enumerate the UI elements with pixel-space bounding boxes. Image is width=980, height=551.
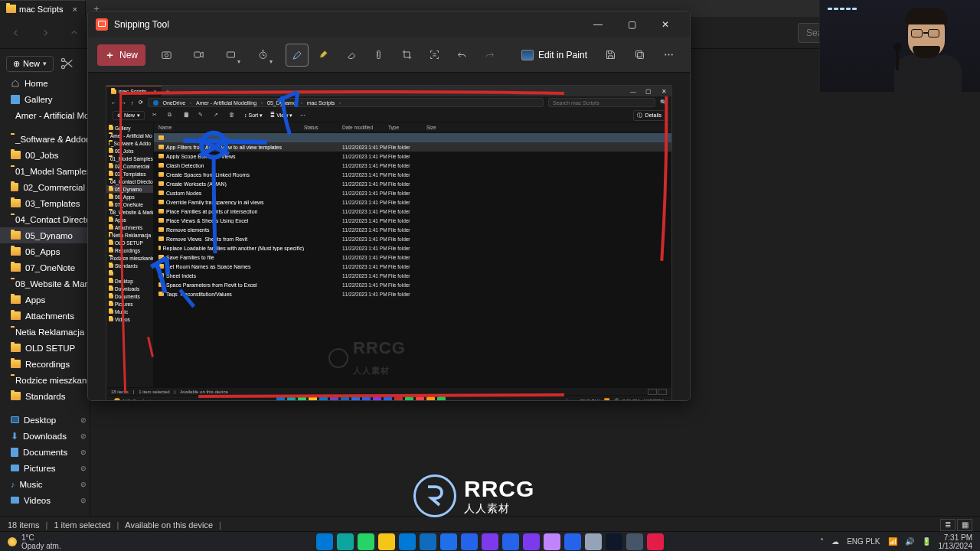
taskbar-app-icon[interactable]: [337, 533, 354, 550]
svg-point-3: [165, 54, 168, 57]
edit-in-paint-button[interactable]: Edit in Paint: [515, 47, 593, 64]
sidebar-item[interactable]: Rodzice mieszkanie: [0, 372, 90, 388]
volume-icon[interactable]: 🔊: [905, 537, 914, 546]
shot-sidebar-item: Apps: [106, 216, 153, 223]
copy-button[interactable]: [629, 44, 652, 67]
taskbar-datetime[interactable]: 7:31 PM 1/13/2024: [939, 533, 973, 550]
sidebar-item[interactable]: Attachments: [0, 308, 90, 324]
sidebar-item[interactable]: 07_OneNote: [0, 259, 90, 276]
close-icon[interactable]: ×: [72, 5, 77, 14]
lang-indicator[interactable]: ENG PLK: [847, 537, 880, 546]
chevron-up-icon[interactable]: ˄: [820, 537, 824, 546]
taskbar-app-icon[interactable]: [358, 533, 374, 550]
taskbar-app-icon[interactable]: [316, 533, 333, 550]
folder-icon: [109, 264, 113, 268]
new-tab-icon: ＋: [162, 87, 174, 96]
taskbar-app-icon[interactable]: [523, 533, 540, 550]
taskbar-app-icon[interactable]: [420, 533, 436, 550]
more-button[interactable]: [658, 44, 681, 67]
sidebar-item[interactable]: Amer - Artificial Moc: [0, 107, 90, 123]
delay-button[interactable]: [251, 44, 274, 67]
folder-icon: [158, 191, 164, 195]
ruler-tool-button[interactable]: [368, 44, 391, 67]
pen-tool-button[interactable]: [286, 44, 309, 67]
snip-canvas[interactable]: mac Scripts × ＋ — ▢ ✕ ← → ↑ ⟳ OneDrive›A…: [88, 73, 690, 400]
onedrive-icon[interactable]: ☁: [831, 537, 839, 546]
minimize-button[interactable]: —: [581, 13, 615, 36]
sidebar-item[interactable]: OLD SETUP: [0, 340, 90, 356]
folder-icon: [11, 231, 21, 240]
close-button[interactable]: ✕: [648, 13, 682, 36]
new-snip-button[interactable]: ＋ New: [97, 44, 145, 66]
taskbar-app-icon[interactable]: [544, 533, 560, 550]
redo-button[interactable]: [479, 44, 501, 67]
taskbar-app-icon[interactable]: [585, 533, 602, 550]
taskbar-app-icon[interactable]: [626, 533, 643, 550]
folder-icon: [158, 282, 164, 287]
taskbar-weather[interactable]: 1°C Opady atm.: [8, 533, 61, 550]
wifi-icon[interactable]: 📶: [888, 537, 897, 546]
sidebar-item[interactable]: 01_Model Samples: [0, 163, 90, 179]
list-header: Name Status Date modified Type Size: [154, 122, 671, 133]
sidebar-item[interactable]: Recordings: [0, 356, 90, 372]
sidebar-item[interactable]: Desktop⊘: [0, 412, 90, 428]
taskbar-app-icon: [309, 396, 317, 400]
text-extract-button[interactable]: [423, 44, 446, 67]
eraser-tool-button[interactable]: [341, 44, 364, 67]
sidebar-item[interactable]: Apps: [0, 292, 90, 308]
taskbar-app-icon[interactable]: [647, 533, 664, 550]
sidebar-item[interactable]: Standards: [0, 388, 90, 404]
sidebar-item[interactable]: 00_Jobs: [0, 147, 90, 163]
new-button[interactable]: ⊕ New ▾: [6, 56, 54, 72]
nav-back-button[interactable]: [6, 23, 26, 43]
taskbar-app-icon[interactable]: [482, 533, 498, 550]
sidebar-item[interactable]: ⬇Downloads⊘: [0, 428, 90, 444]
taskbar-app-icon[interactable]: [564, 533, 581, 550]
sidebar-item[interactable]: 05_Dynamo: [0, 227, 90, 243]
nav-forward-button[interactable]: [35, 23, 55, 43]
capture-video-button[interactable]: [187, 44, 210, 67]
shape-select-button[interactable]: [219, 44, 242, 67]
folder-icon: [109, 126, 113, 130]
sidebar-item[interactable]: Documents⊘: [0, 444, 90, 460]
crop-tool-button[interactable]: [396, 44, 419, 67]
sidebar-item[interactable]: 04_Contact Directo: [0, 211, 90, 227]
sidebar-item[interactable]: Netia Reklamacja n: [0, 324, 90, 340]
sidebar-item[interactable]: Gallery: [0, 91, 90, 107]
cut-button[interactable]: [58, 55, 75, 72]
taskbar-app-icon[interactable]: [440, 533, 457, 550]
sidebar-item[interactable]: 03_Templates: [0, 195, 90, 211]
breadcrumb-item: OneDrive: [163, 100, 186, 106]
battery-icon[interactable]: 🔋: [922, 537, 931, 546]
taskbar-tray[interactable]: ˄ ☁ ENG PLK 📶 🔊 🔋 7:31 PM 1/13/2024: [820, 533, 972, 550]
sun-icon: [114, 398, 120, 401]
taskbar[interactable]: 1°C Opady atm. ˄ ☁ ENG PLK 📶 🔊 🔋 7:31 PM…: [0, 531, 980, 551]
maximize-button[interactable]: ▢: [615, 13, 648, 36]
highlighter-tool-button[interactable]: [313, 44, 336, 67]
capture-screenshot-button[interactable]: [155, 44, 178, 67]
folder-icon: [158, 154, 164, 158]
taskbar-app-icon[interactable]: [461, 533, 478, 550]
sidebar-item[interactable]: Pictures⊘: [0, 460, 90, 476]
arrow-up-icon: [69, 28, 80, 38]
taskbar-app-icon[interactable]: [502, 533, 519, 550]
taskbar-app-icon[interactable]: [606, 533, 622, 550]
explorer-tab[interactable]: mac Scripts ×: [0, 0, 86, 17]
sidebar-item[interactable]: _Software & Addor: [0, 131, 90, 147]
sidebar-item[interactable]: 02_Commercial: [0, 179, 90, 195]
sidebar-item[interactable]: ♪Music⊘: [0, 476, 90, 492]
view-list-button[interactable]: ≣: [940, 519, 956, 531]
taskbar-app-icon[interactable]: [378, 533, 395, 550]
sidebar-item[interactable]: 06_Apps: [0, 243, 90, 259]
shot-statusbar: 18 items| 1 item selected| Available on …: [106, 387, 671, 395]
sidebar-item[interactable]: 08_Website & Mark: [0, 276, 90, 292]
nav-up-button[interactable]: [64, 23, 84, 43]
taskbar-app-icon[interactable]: [399, 533, 416, 550]
sidebar-item[interactable]: Home: [0, 75, 90, 91]
snipping-titlebar[interactable]: Snipping Tool — ▢ ✕: [88, 11, 690, 37]
save-button[interactable]: [599, 44, 622, 67]
sidebar-item[interactable]: Videos⊘: [0, 492, 90, 508]
view-grid-button[interactable]: ▦: [957, 519, 972, 531]
undo-button[interactable]: [451, 44, 474, 67]
svg-point-11: [668, 54, 670, 55]
